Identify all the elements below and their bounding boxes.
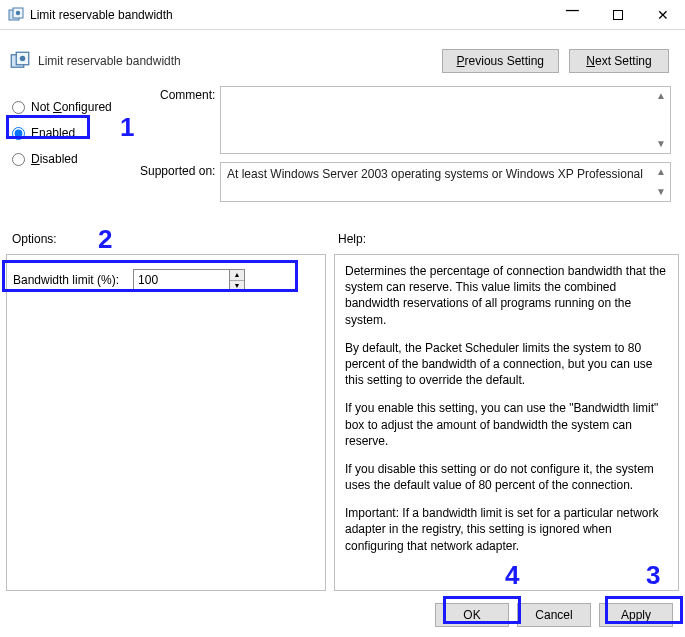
bandwidth-limit-label: Bandwidth limit (%): xyxy=(13,273,119,287)
help-paragraph: If you enable this setting, you can use … xyxy=(345,400,668,449)
supported-box: At least Windows Server 2003 operating s… xyxy=(220,162,671,202)
radio-disabled-input[interactable] xyxy=(12,153,25,166)
titlebar: Limit reservable bandwidth ─ ✕ xyxy=(0,0,685,30)
scroll-down-icon[interactable]: ▼ xyxy=(653,184,669,200)
bandwidth-limit-spinner[interactable]: ▲ ▼ xyxy=(133,269,245,291)
right-fields: Comment: ▲ ▼ Supported on: At least Wind… xyxy=(160,86,671,210)
svg-rect-3 xyxy=(613,10,622,19)
options-label: Options: xyxy=(12,232,338,246)
help-paragraph: Determines the percentage of connection … xyxy=(345,263,668,328)
radio-enabled-label: Enabled xyxy=(31,126,75,140)
minimize-button[interactable]: ─ xyxy=(550,0,595,25)
help-paragraph: Important: If a bandwidth limit is set f… xyxy=(345,505,668,554)
comment-box[interactable]: ▲ ▼ xyxy=(220,86,671,154)
next-setting-button[interactable]: Next Setting xyxy=(569,49,669,73)
help-pane: Determines the percentage of connection … xyxy=(334,254,679,591)
previous-setting-button[interactable]: Previous Setting xyxy=(442,49,559,73)
radio-not-configured-label: Not Configured xyxy=(31,100,112,114)
header-title: Limit reservable bandwidth xyxy=(38,54,442,68)
options-pane: Bandwidth limit (%): ▲ ▼ xyxy=(6,254,326,591)
help-paragraph: By default, the Packet Scheduler limits … xyxy=(345,340,668,389)
help-label: Help: xyxy=(338,232,366,246)
panes: Bandwidth limit (%): ▲ ▼ Determines the … xyxy=(6,254,679,591)
app-icon xyxy=(8,7,24,23)
spinner-down-button[interactable]: ▼ xyxy=(230,281,244,291)
bottom-buttons: OK Cancel Apply xyxy=(435,603,673,627)
supported-value: At least Windows Server 2003 operating s… xyxy=(227,167,643,181)
supported-label: Supported on: xyxy=(140,162,220,202)
ok-button[interactable]: OK xyxy=(435,603,509,627)
close-button[interactable]: ✕ xyxy=(640,0,685,29)
radio-disabled-label: Disabled xyxy=(31,152,78,166)
mid-labels: Options: Help: xyxy=(12,232,673,246)
svg-point-2 xyxy=(16,10,20,14)
radio-not-configured-input[interactable] xyxy=(12,101,25,114)
spinner-up-button[interactable]: ▲ xyxy=(230,270,244,281)
scroll-up-icon[interactable]: ▲ xyxy=(653,88,669,104)
comment-label: Comment: xyxy=(160,86,220,154)
policy-icon xyxy=(10,51,30,71)
svg-point-6 xyxy=(20,56,26,62)
bandwidth-limit-input[interactable] xyxy=(133,269,229,291)
apply-button[interactable]: Apply xyxy=(599,603,673,627)
scroll-down-icon[interactable]: ▼ xyxy=(653,136,669,152)
maximize-button[interactable] xyxy=(595,0,640,29)
window-title: Limit reservable bandwidth xyxy=(30,8,173,22)
cancel-button[interactable]: Cancel xyxy=(517,603,591,627)
header-row: Limit reservable bandwidth Previous Sett… xyxy=(0,30,685,82)
radio-enabled-input[interactable] xyxy=(12,127,25,140)
scroll-up-icon[interactable]: ▲ xyxy=(653,164,669,180)
help-paragraph: If you disable this setting or do not co… xyxy=(345,461,668,493)
